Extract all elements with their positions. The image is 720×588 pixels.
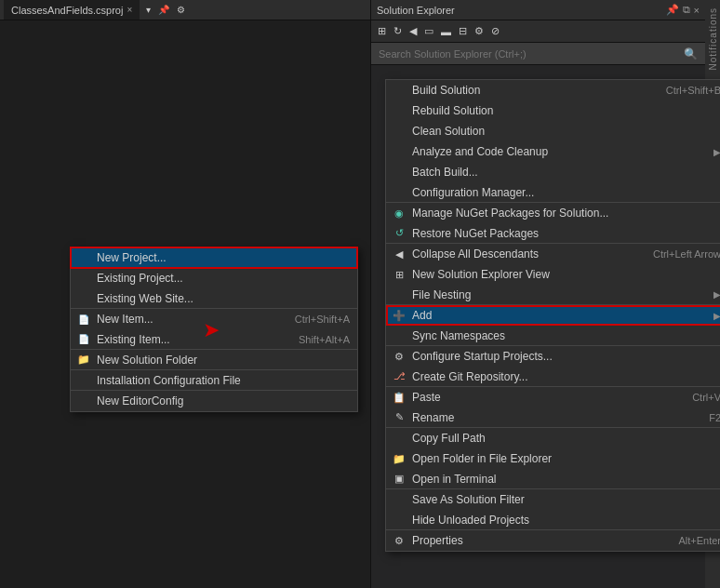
menu-item-add[interactable]: ➕ Add ▶ <box>386 305 720 326</box>
menu-item-analyze-code[interactable]: Analyze and Code Cleanup ▶ <box>386 141 720 162</box>
submenu-label: Installation Configuration File <box>97 374 350 387</box>
menu-item-collapse-descendants[interactable]: ◀ Collapse All Descendants Ctrl+Left Arr… <box>386 244 720 264</box>
git-icon: ⎇ <box>392 369 407 384</box>
menu-item-build-solution[interactable]: Build Solution Ctrl+Shift+B <box>386 80 720 100</box>
menu-item-new-sol-view[interactable]: ⊞ New Solution Explorer View <box>386 264 720 285</box>
menu-item-copy-full-path[interactable]: Copy Full Path <box>386 428 720 448</box>
se-toolbar-btn-3[interactable]: ◀ <box>407 23 420 39</box>
restore-icon: ↺ <box>392 226 407 241</box>
submenu-item-new-editorconfig[interactable]: New EditorConfig <box>71 391 357 411</box>
menu-item-config-manager[interactable]: Configuration Manager... <box>386 182 720 203</box>
submenu-item-new-project[interactable]: New Project... <box>71 247 357 268</box>
submenu-item-existing-project[interactable]: Existing Project... <box>71 268 357 288</box>
menu-item-shortcut: Alt+Enter <box>678 535 720 546</box>
menu-item-label: New Solution Explorer View <box>412 268 720 281</box>
title-tab[interactable]: ClassesAndFields.csproj × <box>4 0 140 20</box>
menu-item-sync-namespaces[interactable]: Sync Namespaces <box>386 326 720 346</box>
se-toolbar-btn-7[interactable]: ⚙ <box>472 23 487 39</box>
menu-item-open-folder[interactable]: 📁 Open Folder in File Explorer <box>386 448 720 469</box>
menu-item-label: Restore NuGet Packages <box>412 227 720 240</box>
existing-icon: 📄 <box>76 332 91 347</box>
menu-item-properties[interactable]: ⚙ Properties Alt+Enter <box>386 530 720 551</box>
menu-item-file-nesting[interactable]: File Nesting ▶ <box>386 285 720 305</box>
se-toolbar-btn-8[interactable]: ⊘ <box>488 23 502 39</box>
menu-item-clean-solution[interactable]: Clean Solution <box>386 121 720 141</box>
menu-item-rename[interactable]: ✎ Rename F2 <box>386 408 720 428</box>
folder-icon: 📁 <box>76 353 91 368</box>
rename-icon: ✎ <box>392 410 407 425</box>
submenu-label: New Solution Folder <box>97 354 350 367</box>
menu-item-label: Analyze and Code Cleanup <box>412 145 710 158</box>
menu-item-manage-nuget[interactable]: ◉ Manage NuGet Packages for Solution... <box>386 203 720 223</box>
menu-item-create-git[interactable]: ⎇ Create Git Repository... <box>386 367 720 387</box>
menu-item-label: Batch Build... <box>412 166 720 179</box>
menu-item-label: Build Solution <box>412 84 647 97</box>
submenu-label: New Item... <box>97 313 276 326</box>
menu-item-label: Open in Terminal <box>412 473 720 486</box>
paste-icon: 📋 <box>392 390 407 405</box>
menu-item-label: Properties <box>412 534 660 547</box>
se-toolbar-btn-5[interactable]: ▬ <box>438 24 454 39</box>
se-title-icons: 📌 ⧉ × <box>666 4 700 16</box>
tab-dropdown-icon[interactable]: ▾ <box>143 4 153 16</box>
menu-item-restore-nuget[interactable]: ↺ Restore NuGet Packages <box>386 223 720 244</box>
tab-gear-icon[interactable]: ⚙ <box>174 4 188 16</box>
menu-item-label: Save As Solution Filter <box>412 493 720 506</box>
menu-item-shortcut: Ctrl+Shift+B <box>666 85 720 96</box>
menu-item-batch-build[interactable]: Batch Build... <box>386 162 720 182</box>
configure-icon: ⚙ <box>392 349 407 364</box>
submenu-item-existing-website[interactable]: Existing Web Site... <box>71 288 357 309</box>
menu-item-label: Copy Full Path <box>412 432 720 445</box>
menu-item-shortcut: Ctrl+Left Arrow <box>653 248 720 260</box>
menu-item-rebuild-solution[interactable]: Rebuild Solution <box>386 100 720 121</box>
se-toolbar-btn-6[interactable]: ⊟ <box>456 23 470 39</box>
arrow-icon: ▶ <box>713 147 720 157</box>
se-search-bar: 🔍 <box>371 43 705 65</box>
menu-item-save-filter[interactable]: Save As Solution Filter <box>386 489 720 510</box>
se-pin-icon[interactable]: 📌 <box>666 4 679 16</box>
submenu-label: Existing Item... <box>97 333 280 346</box>
menu-item-hide-unloaded[interactable]: Hide Unloaded Projects <box>386 510 720 530</box>
menu-item-configure-startup[interactable]: ⚙ Configure Startup Projects... <box>386 346 720 367</box>
menu-item-label: Manage NuGet Packages for Solution... <box>412 207 720 220</box>
se-title-text: Solution Explorer <box>377 5 666 16</box>
tab-icons: ▾ 📌 ⚙ <box>143 4 188 16</box>
nuget-icon: ◉ <box>392 206 407 220</box>
se-toolbar-btn-1[interactable]: ⊞ <box>375 23 389 39</box>
menu-item-paste[interactable]: 📋 Paste Ctrl+V <box>386 387 720 408</box>
tab-pin-icon[interactable]: 📌 <box>155 4 172 16</box>
menu-item-shortcut: F2 <box>709 412 720 423</box>
se-toolbar-btn-4[interactable]: ▭ <box>421 23 436 39</box>
se-toolbar: ⊞ ↻ ◀ ▭ ▬ ⊟ ⚙ ⊘ <box>371 20 705 43</box>
new-sol-icon: ⊞ <box>392 267 407 282</box>
submenu-shortcut: Shift+Alt+A <box>299 334 350 345</box>
folder-icon: 📁 <box>392 451 407 466</box>
menu-item-label: Open Folder in File Explorer <box>412 452 720 465</box>
submenu-label: Existing Project... <box>97 272 350 285</box>
properties-icon: ⚙ <box>392 533 407 548</box>
se-toolbar-btn-2[interactable]: ↻ <box>391 23 405 39</box>
menu-item-label: Sync Namespaces <box>412 329 720 342</box>
submenu-label: Existing Web Site... <box>97 292 350 305</box>
doc-icon: 📄 <box>76 312 91 327</box>
submenu-item-new-solution-folder[interactable]: 📁 New Solution Folder <box>71 350 357 370</box>
tab-filename: ClassesAndFields.csproj <box>11 5 123 16</box>
se-close-icon[interactable]: × <box>694 5 700 16</box>
submenu-label: New Project... <box>97 251 350 264</box>
notifications-label: Notifications <box>708 7 718 70</box>
menu-item-label: Rename <box>412 411 690 424</box>
context-menu-main: Build Solution Ctrl+Shift+B Rebuild Solu… <box>385 79 720 552</box>
terminal-icon: ▣ <box>392 472 407 487</box>
se-search-input[interactable] <box>379 48 680 60</box>
tab-close-icon[interactable]: × <box>127 5 132 15</box>
arrow-icon: ▶ <box>713 289 720 300</box>
submenu-item-installation-config[interactable]: Installation Configuration File <box>71 370 357 391</box>
arrow-indicator: ➤ <box>203 318 220 342</box>
menu-item-open-terminal[interactable]: ▣ Open in Terminal <box>386 469 720 489</box>
se-dock-icon[interactable]: ⧉ <box>683 4 690 16</box>
collapse-icon: ◀ <box>392 247 407 261</box>
menu-item-label: Configure Startup Projects... <box>412 350 720 363</box>
menu-item-label: Create Git Repository... <box>412 370 720 383</box>
menu-item-shortcut: Ctrl+V <box>692 392 720 403</box>
arrow-icon: ▶ <box>713 311 720 321</box>
